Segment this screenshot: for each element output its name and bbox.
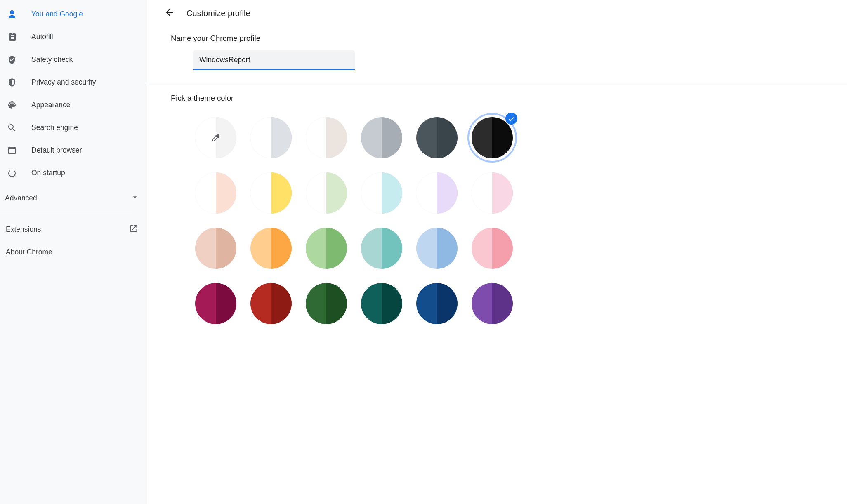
theme-color-orange[interactable] (243, 221, 299, 276)
theme-color-pink[interactable] (465, 221, 520, 276)
settings-sidebar: You and GoogleAutofillSafety checkPrivac… (0, 0, 147, 504)
about-chrome-link[interactable]: About Chrome (0, 241, 147, 264)
advanced-label: Advanced (5, 194, 37, 203)
sidebar-item-label: Privacy and security (31, 78, 96, 87)
extensions-link[interactable]: Extensions (0, 218, 147, 241)
theme-color-peach[interactable] (188, 221, 243, 276)
sidebar-item-search-engine[interactable]: Search engine (0, 116, 147, 139)
sidebar-item-autofill[interactable]: Autofill (0, 26, 147, 48)
theme-color-black[interactable] (465, 110, 520, 165)
theme-color-heading: Pick a theme color (171, 94, 847, 103)
theme-color-red-dark[interactable] (243, 276, 299, 331)
palette-icon (7, 100, 31, 110)
theme-color-warm-beige[interactable] (299, 110, 354, 165)
theme-color-blue[interactable] (409, 221, 465, 276)
chevron-down-icon (131, 193, 139, 203)
theme-color-peach-light[interactable] (188, 165, 243, 221)
theme-color-green-light[interactable] (299, 165, 354, 221)
sidebar-item-label: Default browser (31, 146, 82, 155)
page-title: Customize profile (186, 9, 250, 18)
theme-color-navy[interactable] (409, 276, 465, 331)
sidebar-item-label: You and Google (31, 10, 83, 19)
theme-color-lavender-light[interactable] (409, 165, 465, 221)
power-icon (7, 168, 31, 178)
about-chrome-label: About Chrome (6, 248, 52, 257)
theme-color-cool-grey[interactable] (354, 110, 409, 165)
sidebar-item-on-startup[interactable]: On startup (0, 162, 147, 184)
theme-color-yellow-light[interactable] (243, 165, 299, 221)
theme-color-grid (188, 110, 520, 331)
main-content: Customize profile Name your Chrome profi… (147, 0, 847, 504)
shield-icon (7, 78, 31, 87)
sidebar-item-label: Autofill (31, 33, 53, 41)
browser-icon (7, 146, 31, 155)
sidebar-item-privacy-security[interactable]: Privacy and security (0, 71, 147, 94)
person-icon (7, 9, 31, 19)
profile-name-input[interactable] (193, 50, 355, 70)
theme-color-dark-slate[interactable] (409, 110, 465, 165)
theme-color-light-grey[interactable] (243, 110, 299, 165)
theme-color-pink-light[interactable] (465, 165, 520, 221)
sidebar-item-default-browser[interactable]: Default browser (0, 139, 147, 162)
theme-color-teal-dark[interactable] (354, 276, 409, 331)
sidebar-item-label: Search engine (31, 123, 78, 132)
sidebar-item-label: On startup (31, 169, 65, 177)
advanced-toggle[interactable]: Advanced (0, 184, 147, 212)
search-icon (7, 123, 31, 133)
extensions-label: Extensions (6, 225, 41, 234)
theme-color-teal[interactable] (354, 221, 409, 276)
clipboard-icon (7, 32, 31, 42)
sidebar-item-label: Safety check (31, 55, 73, 64)
open-in-new-icon (129, 224, 138, 235)
sidebar-item-appearance[interactable]: Appearance (0, 94, 147, 116)
theme-color-purple[interactable] (465, 276, 520, 331)
sidebar-item-you-and-google[interactable]: You and Google (0, 3, 147, 26)
theme-color-green-dark[interactable] (299, 276, 354, 331)
eyedropper-icon (211, 133, 221, 143)
checkmark-icon (505, 113, 517, 125)
theme-color-green[interactable] (299, 221, 354, 276)
sidebar-item-label: Appearance (31, 101, 70, 109)
name-profile-heading: Name your Chrome profile (171, 34, 847, 43)
theme-color-magenta-dark[interactable] (188, 276, 243, 331)
back-icon[interactable] (164, 7, 175, 20)
theme-color-cyan-light[interactable] (354, 165, 409, 221)
theme-color-custom[interactable] (188, 110, 243, 165)
sidebar-item-safety-check[interactable]: Safety check (0, 48, 147, 71)
shield-check-icon (7, 55, 31, 65)
